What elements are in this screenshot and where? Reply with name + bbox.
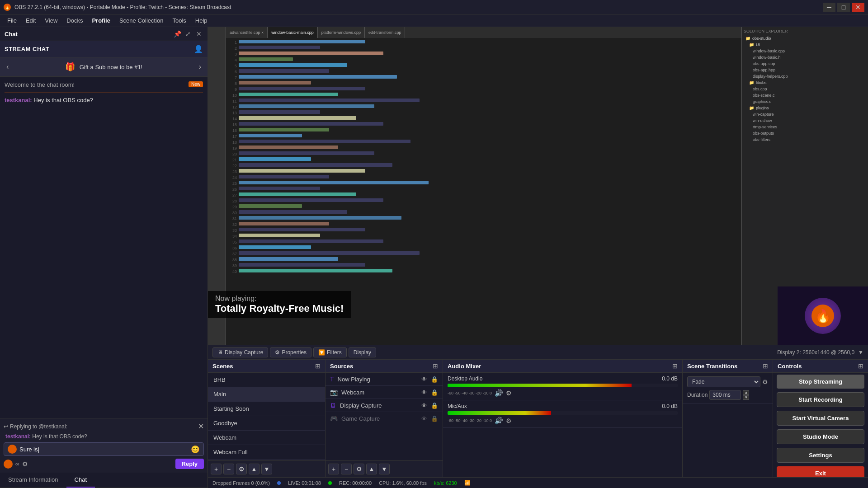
manage-chat-icon[interactable]: 👤 — [194, 45, 203, 53]
move-source-up-button[interactable]: ▲ — [366, 464, 377, 474]
transitions-panel-title: Scene Transitions — [687, 363, 737, 370]
source-eye-icon-3[interactable]: 👁 — [421, 402, 427, 409]
emoji-button[interactable]: 😊 — [191, 445, 200, 454]
reply-header: ↩ Replying to @testkanal: ✕ — [4, 422, 204, 431]
menu-help[interactable]: Help — [192, 16, 211, 25]
studio-mode-button[interactable]: Studio Mode — [777, 429, 864, 444]
settings-button[interactable]: Settings — [777, 448, 864, 463]
display-button[interactable]: Display — [349, 347, 376, 357]
source-eye-icon-1[interactable]: 👁 — [421, 376, 427, 383]
configure-source-button[interactable]: ⚙ — [354, 464, 364, 474]
scenes-panel-menu-icon[interactable]: ⊞ — [315, 362, 321, 370]
duration-spin: ▲ ▼ — [743, 390, 749, 400]
source-name-display-capture: Display Capture — [340, 402, 418, 409]
minimize-button[interactable]: ─ — [823, 3, 835, 12]
source-lock-icon-1[interactable]: 🔒 — [431, 376, 438, 383]
transitions-panel-menu-icon[interactable]: ⊞ — [763, 362, 768, 370]
close-button[interactable]: ✕ — [852, 3, 864, 12]
scene-item-goodbye[interactable]: Goodbye — [208, 416, 325, 431]
transition-settings-icon[interactable]: ⚙ — [762, 378, 768, 385]
editor-tab-3: platform-windows.cpp — [318, 27, 365, 38]
mic-aux-db: 0.0 dB — [662, 403, 678, 409]
chat-header: Chat 📌 ⤢ ✕ — [0, 27, 208, 41]
remove-scene-button[interactable]: − — [223, 464, 234, 474]
banner-next-icon[interactable]: › — [199, 63, 201, 71]
scene-item-starting-soon[interactable]: Starting Soon — [208, 402, 325, 416]
filters-button[interactable]: 🔽 Filters — [313, 347, 347, 357]
display-capture-button[interactable]: 🖥 Display Capture — [212, 347, 268, 357]
banner-prev-icon[interactable]: ‹ — [6, 63, 9, 71]
duration-decrement-button[interactable]: ▼ — [743, 395, 749, 400]
obs-watermark: 🔥 — [778, 286, 868, 345]
mic-mute-button[interactable]: 🔊 — [495, 417, 503, 425]
close-chat-icon[interactable]: ✕ — [195, 30, 203, 38]
controls-panel-menu-icon[interactable]: ⊞ — [858, 362, 863, 370]
move-scene-down-button[interactable]: ▼ — [261, 464, 272, 474]
reply-input[interactable] — [19, 446, 191, 453]
start-recording-button[interactable]: Start Recording — [777, 392, 864, 407]
duration-input[interactable] — [709, 390, 741, 400]
transition-select[interactable]: Fade Cut Swipe Slide — [687, 376, 760, 387]
meter-labels: -60 -50 -40 -30 -20 -10 0 — [448, 391, 492, 395]
obs-logo-circle: 🔥 — [805, 298, 841, 334]
sources-panel-menu-icon[interactable]: ⊞ — [433, 362, 438, 370]
display-icon: 🖥 — [330, 402, 336, 409]
sources-panel-title: Sources — [330, 363, 353, 370]
source-item-webcam[interactable]: 📷 Webcam 👁 🔒 — [326, 386, 443, 399]
reply-gear-icon[interactable]: ⚙ — [22, 460, 28, 468]
desktop-mute-button[interactable]: 🔊 — [495, 389, 503, 397]
move-scene-up-button[interactable]: ▲ — [249, 464, 259, 474]
maximize-button[interactable]: □ — [837, 3, 850, 12]
tab-stream-information[interactable]: Stream Information — [0, 473, 66, 488]
close-reply-button[interactable]: ✕ — [198, 422, 204, 431]
source-item-game-capture[interactable]: 🎮 Game Capture 👁 🔒 — [326, 412, 443, 425]
chat-message: testkanal: Hey is that OBS code? — [5, 97, 203, 103]
duration-row: Duration ▲ ▼ — [687, 390, 768, 400]
mic-audio-settings-button[interactable]: ⚙ — [506, 417, 512, 424]
menu-edit[interactable]: Edit — [22, 16, 39, 25]
reply-quoted: testkanal: Hey is that OBS code? — [4, 433, 204, 440]
scenes-panel-header: Scenes ⊞ — [208, 360, 325, 373]
source-eye-icon-4[interactable]: 👁 — [421, 415, 427, 422]
stop-streaming-button[interactable]: Stop Streaming — [777, 375, 864, 389]
move-source-down-button[interactable]: ▼ — [379, 464, 390, 474]
scene-item-webcam[interactable]: Webcam — [208, 431, 325, 445]
sources-panel-header: Sources ⊞ — [326, 360, 443, 373]
menu-docks[interactable]: Docks — [63, 16, 86, 25]
audio-panel-menu-icon[interactable]: ⊞ — [672, 362, 678, 370]
menu-profile[interactable]: Profile — [88, 16, 113, 25]
pin-icon[interactable]: 📌 — [173, 30, 181, 38]
scene-item-webcam-full[interactable]: Webcam Full — [208, 445, 325, 460]
right-side: advancedfile.cpp × window-basic-main.cpp… — [208, 27, 868, 488]
reply-button[interactable]: Reply — [175, 459, 204, 469]
desktop-audio-settings-button[interactable]: ⚙ — [506, 389, 512, 397]
start-virtual-camera-button[interactable]: Start Virtual Camera — [777, 411, 864, 426]
menu-view[interactable]: View — [41, 16, 61, 25]
expand-icon[interactable]: ⤢ — [184, 30, 192, 38]
menu-file[interactable]: File — [4, 16, 20, 25]
add-source-button[interactable]: + — [328, 464, 339, 474]
source-eye-icon-2[interactable]: 👁 — [421, 389, 427, 396]
reply-to-label: ↩ Replying to @testkanal: — [4, 423, 67, 430]
source-lock-icon-3[interactable]: 🔒 — [431, 402, 438, 409]
menu-scene-collection[interactable]: Scene Collection — [116, 16, 167, 25]
source-lock-icon-2[interactable]: 🔒 — [431, 389, 438, 396]
welcome-message: Welcome to the chat room! New — [5, 81, 203, 88]
source-lock-icon-4[interactable]: 🔒 — [431, 415, 438, 422]
tab-chat[interactable]: Chat — [66, 473, 95, 488]
add-scene-button[interactable]: + — [211, 464, 222, 474]
remove-source-button[interactable]: − — [341, 464, 352, 474]
properties-button[interactable]: ⚙ Properties — [270, 347, 311, 357]
menu-tools[interactable]: Tools — [169, 16, 189, 25]
configure-scene-button[interactable]: ⚙ — [236, 464, 247, 474]
controls-panel-header: Controls ⊞ — [773, 360, 868, 373]
scene-item-brb[interactable]: BRB — [208, 373, 325, 387]
display-dropdown-icon[interactable]: ▼ — [858, 349, 863, 356]
gear-small-icon: ⚙ — [275, 349, 280, 356]
status-bar: Dropped Frames 0 (0.0%) LIVE: 00:01:08 R… — [208, 477, 868, 488]
duration-increment-button[interactable]: ▲ — [743, 390, 749, 395]
gift-banner-content: 🎁 Gift a Sub now to be #1! — [65, 62, 142, 72]
source-item-now-playing[interactable]: T Now Playing 👁 🔒 — [326, 373, 443, 386]
scene-item-main[interactable]: Main — [208, 387, 325, 402]
source-item-display-capture[interactable]: 🖥 Display Capture 👁 🔒 — [326, 399, 443, 412]
